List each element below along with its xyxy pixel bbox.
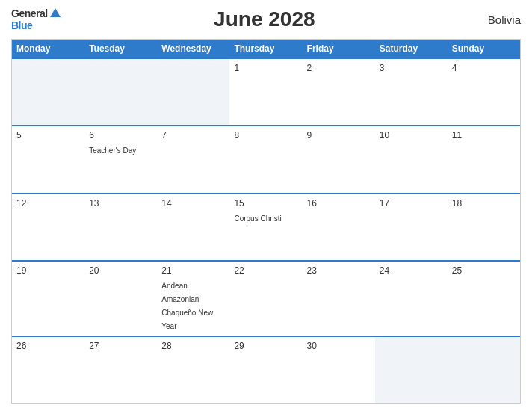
country-label: Bolivia xyxy=(468,13,521,26)
day-cell-12: 12 xyxy=(12,194,84,260)
day-number: 27 xyxy=(89,341,152,351)
event-corpus-christi: Corpus Christi xyxy=(234,214,281,223)
day-cell-30: 30 xyxy=(303,337,375,403)
day-number: 10 xyxy=(380,130,443,140)
day-number: 25 xyxy=(452,265,516,276)
day-number: 4 xyxy=(452,63,516,73)
day-cell-1: 1 xyxy=(229,59,302,125)
day-number: 29 xyxy=(234,341,297,351)
day-cell-13: 13 xyxy=(84,194,157,260)
day-cell-29: 29 xyxy=(229,337,302,403)
day-number: 11 xyxy=(452,130,516,140)
day-cell-4: 4 xyxy=(448,59,520,125)
header-thursday: Thursday xyxy=(229,40,302,58)
day-cell-20: 20 xyxy=(84,262,157,336)
day-cell-9: 9 xyxy=(303,126,375,192)
event-teachers-day: Teacher's Day xyxy=(89,146,136,155)
day-number: 24 xyxy=(380,265,443,276)
day-cell-16: 16 xyxy=(303,194,375,260)
day-number: 12 xyxy=(16,198,80,208)
day-number: 7 xyxy=(161,130,225,140)
day-cell-26: 26 xyxy=(12,337,84,403)
day-number: 2 xyxy=(307,63,371,73)
header: General Blue June 2028 Bolivia xyxy=(11,7,521,31)
day-cell-21: 21 Andean Amazonian Chaqueño New Year xyxy=(157,262,229,336)
day-cell-18: 18 xyxy=(448,194,520,260)
calendar-header: Monday Tuesday Wednesday Thursday Friday… xyxy=(12,40,520,58)
day-cell-28: 28 xyxy=(157,337,229,403)
cell-empty xyxy=(157,59,229,125)
day-cell-5: 5 xyxy=(12,126,84,192)
day-number: 9 xyxy=(307,130,371,140)
day-number: 20 xyxy=(89,265,152,276)
calendar: Monday Tuesday Wednesday Thursday Friday… xyxy=(11,39,521,404)
header-saturday: Saturday xyxy=(375,40,448,58)
logo-blue-text: Blue xyxy=(11,19,32,31)
header-tuesday: Tuesday xyxy=(84,40,157,58)
logo-triangle-icon xyxy=(50,8,61,17)
day-number: 13 xyxy=(89,198,152,208)
day-cell-8: 8 xyxy=(229,126,302,192)
day-number: 19 xyxy=(16,265,80,276)
header-friday: Friday xyxy=(303,40,375,58)
day-cell-6: 6 Teacher's Day xyxy=(84,126,157,192)
day-number: 6 xyxy=(89,130,152,140)
day-number: 17 xyxy=(380,198,443,208)
event-andean-new-year: Andean Amazonian Chaqueño New Year xyxy=(161,282,213,330)
day-number: 26 xyxy=(16,341,80,351)
cell-empty xyxy=(448,337,520,403)
calendar-title: June 2028 xyxy=(61,7,468,31)
day-cell-7: 7 xyxy=(157,126,229,192)
day-cell-3: 3 xyxy=(375,59,448,125)
day-cell-2: 2 xyxy=(303,59,375,125)
week-row-3: 12 13 14 15 Corpus Christi 16 17 xyxy=(12,193,520,260)
day-number: 8 xyxy=(234,130,297,140)
day-number: 3 xyxy=(380,63,443,73)
week-row-5: 26 27 28 29 30 xyxy=(12,336,520,403)
day-cell-10: 10 xyxy=(375,126,448,192)
day-cell-15: 15 Corpus Christi xyxy=(229,194,302,260)
week-row-2: 5 6 Teacher's Day 7 8 9 10 xyxy=(12,125,520,192)
day-number: 22 xyxy=(234,265,297,276)
day-cell-22: 22 xyxy=(229,262,302,336)
cell-empty xyxy=(12,59,84,125)
day-cell-11: 11 xyxy=(448,126,520,192)
logo: General Blue xyxy=(11,7,61,31)
day-number: 30 xyxy=(307,341,371,351)
day-cell-19: 19 xyxy=(12,262,84,336)
day-cell-24: 24 xyxy=(375,262,448,336)
day-number: 23 xyxy=(307,265,371,276)
cell-empty xyxy=(375,337,448,403)
day-cell-25: 25 xyxy=(448,262,520,336)
day-number: 14 xyxy=(161,198,225,208)
day-cell-14: 14 xyxy=(157,194,229,260)
logo-general-text: General xyxy=(11,7,48,19)
header-monday: Monday xyxy=(12,40,84,58)
day-number: 1 xyxy=(234,63,297,73)
week-row-1: 1 2 3 4 xyxy=(12,58,520,125)
day-number: 28 xyxy=(161,341,225,351)
day-cell-23: 23 xyxy=(303,262,375,336)
week-row-4: 19 20 21 Andean Amazonian Chaqueño New Y… xyxy=(12,260,520,336)
day-number: 5 xyxy=(16,130,80,140)
day-cell-27: 27 xyxy=(84,337,157,403)
day-number: 21 xyxy=(161,265,225,276)
day-number: 18 xyxy=(452,198,516,208)
day-number: 16 xyxy=(307,198,371,208)
day-cell-17: 17 xyxy=(375,194,448,260)
header-wednesday: Wednesday xyxy=(157,40,229,58)
cell-empty xyxy=(84,59,157,125)
calendar-body: 1 2 3 4 5 6 Teacher's Day xyxy=(12,58,520,403)
page: General Blue June 2028 Bolivia Monday Tu… xyxy=(0,0,532,411)
header-sunday: Sunday xyxy=(448,40,520,58)
day-number: 15 xyxy=(234,198,297,208)
